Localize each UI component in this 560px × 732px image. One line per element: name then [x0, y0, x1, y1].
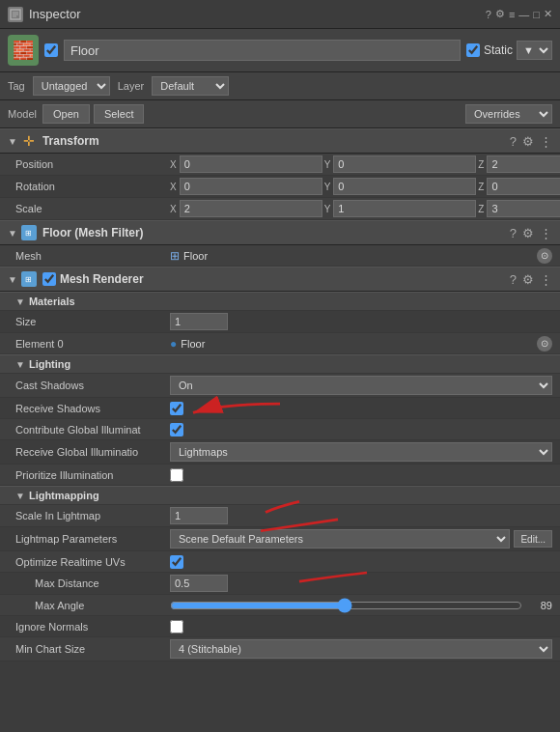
cast-shadows-label: Cast Shadows [15, 380, 170, 391]
mesh-renderer-enabled-checkbox[interactable] [42, 272, 56, 286]
materials-sub-section[interactable]: ▼ Materials [0, 292, 560, 311]
lightmap-edit-button[interactable]: Edit... [514, 530, 552, 548]
static-checkbox[interactable] [466, 43, 480, 57]
transform-menu-icon[interactable]: ⋮ [540, 134, 552, 149]
lightmap-params-value: Scene Default Parameters Edit... [170, 529, 552, 549]
lightmap-params-dropdown[interactable]: Scene Default Parameters [170, 529, 510, 549]
position-label: Position [15, 158, 170, 170]
inspector-icon [8, 7, 23, 22]
transform-section-header[interactable]: ▼ ✛ Transform ? ⚙ ⋮ [0, 128, 560, 154]
mesh-select-btn[interactable]: ⊙ [537, 248, 552, 264]
mesh-value-icon: ⊞ [170, 249, 180, 263]
scale-lightmap-input[interactable] [170, 507, 228, 524]
mesh-name: Floor [183, 250, 208, 262]
close-icon[interactable]: ✕ [544, 8, 552, 20]
select-button[interactable]: Select [94, 104, 145, 124]
receive-gi-row: Receive Global Illuminatio Lightmaps [0, 440, 560, 465]
static-row: Static ▼ [466, 41, 552, 60]
minimize-icon[interactable]: — [518, 9, 529, 20]
object-enabled-checkbox[interactable] [44, 43, 58, 57]
mesh-filter-title: Floor (Mesh Filter) [42, 226, 510, 239]
mesh-filter-settings-icon[interactable]: ⚙ [522, 226, 534, 240]
mesh-renderer-header-icons: ? ⚙ ⋮ [510, 272, 552, 287]
position-z-input[interactable] [487, 155, 560, 173]
receive-shadows-checkbox[interactable] [170, 402, 183, 415]
mesh-value: ⊞ Floor ⊙ [170, 248, 552, 264]
ignore-normals-row: Ignore Normals [0, 616, 560, 637]
max-angle-slider[interactable] [170, 598, 522, 613]
contribute-gi-label: Contribute Global Illuminat [15, 424, 170, 436]
prioritize-checkbox[interactable] [170, 468, 183, 482]
ignore-normals-checkbox[interactable] [170, 620, 183, 633]
layer-label: Layer [118, 80, 145, 92]
max-angle-label: Max Angle [15, 600, 170, 611]
receive-shadows-row: Receive Shadows [0, 398, 560, 419]
layer-dropdown[interactable]: Default [152, 76, 229, 96]
max-distance-label: Max Distance [15, 577, 170, 589]
rotation-x-input[interactable] [180, 178, 322, 195]
rotation-z-input[interactable] [487, 178, 560, 195]
min-chart-label: Min Chart Size [15, 643, 170, 655]
lightmapping-sub-section[interactable]: ▼ Lightmapping [0, 486, 560, 505]
menu-icon[interactable]: ≡ [509, 9, 515, 20]
receive-gi-value: Lightmaps [170, 442, 552, 462]
ignore-normals-value [170, 620, 552, 633]
settings-icon[interactable]: ⚙ [495, 8, 505, 20]
scale-y-input[interactable] [333, 200, 476, 217]
help-icon[interactable]: ? [486, 9, 491, 20]
rotation-value: X Y Z [170, 178, 560, 195]
lighting-arrow: ▼ [15, 359, 25, 370]
prioritize-value [170, 468, 552, 482]
prioritize-row: Prioritize Illumination [0, 465, 560, 486]
prioritize-label: Prioritize Illumination [15, 469, 170, 481]
max-distance-row: Max Distance [0, 573, 560, 595]
object-name-input[interactable] [64, 40, 461, 61]
element0-name: Floor [181, 338, 205, 350]
transform-settings-icon[interactable]: ⚙ [522, 134, 534, 149]
mesh-filter-menu-icon[interactable]: ⋮ [540, 226, 552, 240]
mesh-renderer-section-header[interactable]: ▼ ⊞ Mesh Renderer ? ⚙ ⋮ [0, 267, 560, 292]
object-icon: 🧱 [8, 35, 39, 66]
maximize-icon[interactable]: □ [533, 9, 540, 20]
mesh-renderer-help-icon[interactable]: ? [510, 272, 517, 287]
receive-gi-dropdown[interactable]: Lightmaps [170, 442, 552, 462]
scale-z-input[interactable] [487, 200, 560, 217]
window-title: Inspector [29, 7, 480, 21]
tag-dropdown[interactable]: Untagged [33, 76, 110, 96]
scale-lightmap-row: Scale In Lightmap [0, 505, 560, 527]
object-name-row: Static ▼ [44, 40, 552, 61]
element0-select-btn[interactable]: ⊙ [537, 336, 552, 352]
mesh-renderer-icon: ⊞ [21, 271, 37, 287]
lighting-sub-section[interactable]: ▼ Lighting [0, 354, 560, 374]
transform-title: Transform [42, 134, 510, 148]
optimize-uvs-value [170, 555, 552, 569]
position-y-input[interactable] [333, 155, 476, 173]
element0-value: ● Floor ⊙ [170, 336, 552, 352]
position-x-input[interactable] [180, 155, 322, 173]
max-distance-input[interactable] [170, 575, 228, 592]
mesh-renderer-menu-icon[interactable]: ⋮ [540, 272, 552, 287]
materials-size-value [170, 313, 552, 330]
transform-help-icon[interactable]: ? [510, 134, 517, 149]
optimize-uvs-checkbox[interactable] [170, 555, 183, 569]
min-chart-dropdown[interactable]: 4 (Stitchable) [170, 639, 552, 659]
contribute-gi-value [170, 423, 552, 436]
rotation-y-input[interactable] [333, 178, 476, 195]
mesh-renderer-settings-icon[interactable]: ⚙ [522, 272, 534, 287]
cast-shadows-dropdown[interactable]: On [170, 376, 552, 395]
mesh-filter-help-icon[interactable]: ? [510, 226, 517, 240]
lightmap-params-row: Lightmap Parameters Scene Default Parame… [0, 527, 560, 551]
max-angle-row: Max Angle 89 [0, 595, 560, 616]
rotation-row: Rotation X Y Z [0, 176, 560, 198]
lightmapping-title: Lightmapping [29, 490, 99, 501]
static-dropdown[interactable]: ▼ [517, 41, 552, 60]
transform-icon: ✛ [21, 133, 37, 149]
open-button[interactable]: Open [42, 104, 90, 124]
contribute-gi-checkbox[interactable] [170, 423, 183, 436]
materials-size-input[interactable] [170, 313, 228, 330]
mesh-filter-section-header[interactable]: ▼ ⊞ Floor (Mesh Filter) ? ⚙ ⋮ [0, 220, 560, 245]
mesh-label: Mesh [15, 250, 170, 262]
scale-x-input[interactable] [180, 200, 322, 217]
overrides-dropdown[interactable]: Overrides [465, 104, 552, 124]
mesh-filter-arrow: ▼ [8, 228, 17, 239]
